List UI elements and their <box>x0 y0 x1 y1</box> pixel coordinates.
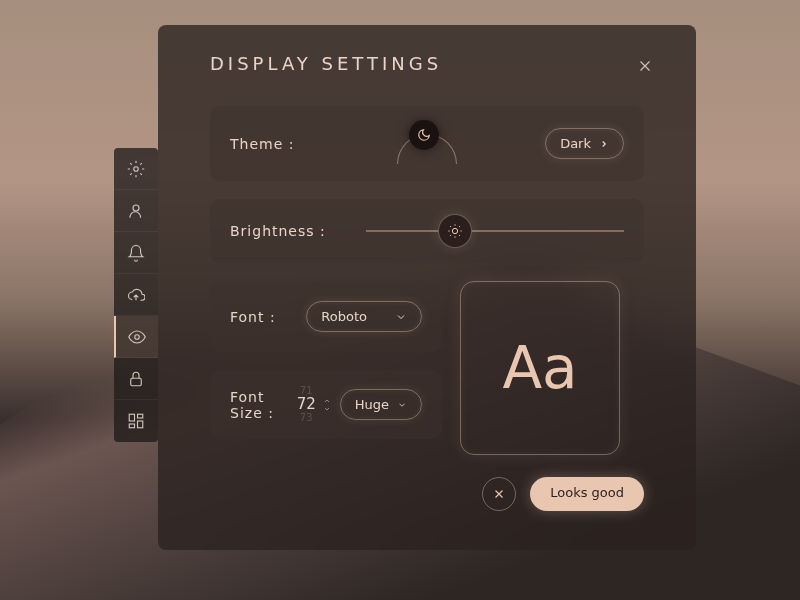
grid-icon <box>127 412 145 430</box>
toggle-knob <box>409 120 439 150</box>
sidebar-security[interactable] <box>114 358 158 400</box>
sidebar-layout[interactable] <box>114 400 158 442</box>
svg-point-2 <box>135 334 140 339</box>
size-next: 73 <box>300 413 313 423</box>
eye-icon <box>128 328 146 346</box>
font-row: Font : Roboto <box>210 281 442 352</box>
svg-point-1 <box>133 205 139 211</box>
svg-rect-3 <box>131 378 142 386</box>
theme-selector[interactable]: Dark <box>545 128 624 159</box>
size-preset-label: Huge <box>355 397 389 412</box>
panel-title: DISPLAY SETTINGS <box>210 53 696 74</box>
size-current: 72 <box>297 397 316 412</box>
fontsize-label: Font Size : <box>230 389 297 421</box>
size-preset[interactable]: Huge <box>340 389 422 420</box>
svg-rect-6 <box>138 421 143 428</box>
sidebar-settings[interactable] <box>114 148 158 190</box>
settings-panel: DISPLAY SETTINGS Theme : Dark Brightness… <box>158 25 696 550</box>
font-label: Font : <box>230 309 276 325</box>
theme-row: Theme : Dark <box>210 106 644 181</box>
sidebar-notifications[interactable] <box>114 232 158 274</box>
sidebar-display[interactable] <box>114 316 158 358</box>
gear-icon <box>127 160 145 178</box>
bell-icon <box>127 244 145 262</box>
chevron-down-icon <box>397 400 407 410</box>
chevron-up-icon[interactable] <box>322 397 332 405</box>
cloud-upload-icon <box>127 286 145 304</box>
font-selector[interactable]: Roboto <box>306 301 422 332</box>
lock-icon <box>127 370 145 388</box>
close-icon <box>636 57 654 75</box>
slider-track <box>366 230 624 232</box>
theme-toggle[interactable] <box>397 126 457 162</box>
brightness-slider[interactable] <box>366 221 624 241</box>
svg-rect-7 <box>129 424 134 428</box>
svg-point-8 <box>452 228 457 233</box>
brightness-label: Brightness : <box>230 223 326 239</box>
theme-label: Theme : <box>230 136 294 152</box>
svg-point-0 <box>134 166 139 171</box>
font-preview: Aa <box>460 281 620 455</box>
theme-value: Dark <box>560 136 591 151</box>
close-button[interactable] <box>636 57 654 79</box>
x-icon <box>492 487 506 501</box>
slider-knob <box>438 214 472 248</box>
chevron-down-icon <box>395 311 407 323</box>
sidebar <box>114 148 158 442</box>
moon-icon <box>417 128 431 142</box>
fontsize-row: Font Size : 71 72 73 Huge <box>210 370 442 439</box>
fontsize-spinner[interactable]: 71 72 73 <box>297 386 340 423</box>
user-icon <box>127 202 145 220</box>
brightness-row: Brightness : <box>210 199 644 263</box>
bulb-icon <box>447 223 463 239</box>
svg-rect-4 <box>129 414 134 421</box>
svg-rect-5 <box>138 414 143 418</box>
confirm-button[interactable]: Looks good <box>530 477 644 511</box>
sidebar-cloud[interactable] <box>114 274 158 316</box>
sidebar-profile[interactable] <box>114 190 158 232</box>
font-value: Roboto <box>321 309 387 324</box>
cancel-button[interactable] <box>482 477 516 511</box>
chevron-right-icon <box>599 139 609 149</box>
chevron-down-icon[interactable] <box>322 405 332 413</box>
